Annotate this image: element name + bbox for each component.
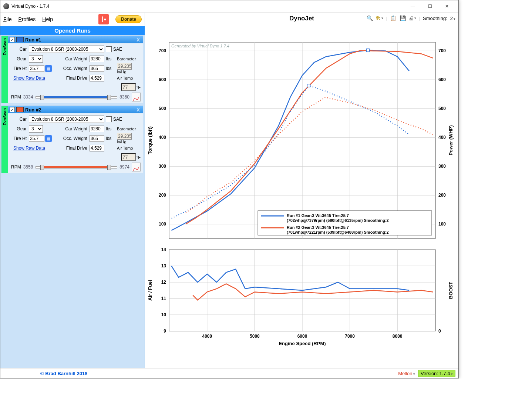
svg-text:700: 700	[438, 48, 446, 53]
unit-inhg: in/Hg	[117, 140, 127, 144]
menu-file[interactable]: File	[3, 16, 12, 22]
svg-text:600: 600	[159, 77, 166, 82]
label-gear: Gear	[10, 126, 27, 131]
run-visible-checkbox[interactable]: ✓	[10, 107, 15, 112]
sae-checkbox[interactable]	[106, 46, 112, 52]
svg-text:500: 500	[159, 106, 166, 111]
rpm-slider[interactable]	[35, 94, 117, 100]
unit-lbs: lbs	[106, 136, 115, 141]
maximize-button[interactable]: ☐	[421, 0, 438, 12]
svg-text:4000: 4000	[202, 334, 212, 339]
calc-icon[interactable]: ▦	[45, 65, 52, 72]
svg-text:200: 200	[159, 193, 166, 198]
svg-text:Air / Fuel: Air / Fuel	[147, 280, 153, 301]
final-drive-input[interactable]	[90, 75, 104, 81]
label-gear: Gear	[10, 56, 27, 61]
car-select[interactable]: Evolution 8 GSR (2003-2005	[29, 116, 104, 123]
run-panel: EvoScan ✓ Run #2 X Car Evolution 8 GSR (…	[1, 106, 143, 173]
label-car-weight: Car Weight	[59, 126, 88, 131]
mini-chart-icon[interactable]	[132, 163, 141, 171]
label-tire-ht: Tire Ht	[10, 66, 27, 71]
air-temp-input[interactable]	[121, 153, 136, 161]
evoscan-tab[interactable]: EvoScan	[1, 106, 8, 173]
menu-help[interactable]: Help	[42, 16, 53, 22]
svg-text:100: 100	[438, 221, 446, 227]
app-window: Virtual Dyno - 1.7.4 — ☐ ✕ File Profiles…	[0, 0, 459, 378]
svg-text:700: 700	[159, 48, 166, 53]
car-weight-input[interactable]	[90, 126, 104, 132]
sae-checkbox[interactable]	[106, 116, 112, 122]
tire-ht-input[interactable]	[29, 65, 44, 72]
run-header[interactable]: ✓ Run #2 X	[8, 106, 143, 113]
barometer-input[interactable]	[117, 133, 132, 140]
svg-text:300: 300	[438, 164, 446, 169]
svg-rect-31	[366, 49, 369, 52]
label-barometer: Barometer	[117, 127, 141, 131]
rpm-lo-value: 3558	[23, 164, 33, 170]
copyright-label: © Brad Barnhill 2018	[40, 371, 87, 376]
donate-button[interactable]: Donate	[115, 15, 142, 23]
show-raw-data-link[interactable]: Show Raw Data	[10, 146, 58, 151]
close-button[interactable]: ✕	[438, 0, 455, 12]
run-close-icon[interactable]: X	[135, 37, 141, 43]
rpm-slider[interactable]	[35, 164, 117, 170]
gear-select[interactable]: 3	[29, 55, 43, 63]
label-rpm: RPM	[11, 94, 21, 100]
svg-text:9: 9	[164, 328, 166, 334]
version-badge[interactable]: Version: 1.7.4	[418, 370, 455, 377]
title-bar: Virtual Dyno - 1.7.4 — ☐ ✕	[0, 0, 458, 13]
final-drive-input[interactable]	[90, 145, 104, 151]
patreon-button[interactable]: ┃●	[98, 14, 109, 24]
gear-select[interactable]: 3	[29, 125, 43, 133]
occ-weight-input[interactable]	[90, 135, 104, 142]
svg-text:(702whp@7379rpm) (580lbft@6135: (702whp@7379rpm) (580lbft@6135rpm) Smoot…	[287, 218, 389, 223]
run-color-swatch[interactable]	[16, 37, 24, 42]
rpm-hi-value: 8360	[119, 94, 129, 100]
svg-text:0: 0	[438, 328, 441, 334]
chart-svg: Generated by Virtual Dyno 1.7.4100100200…	[145, 16, 458, 368]
svg-text:Torque (lbft): Torque (lbft)	[147, 126, 153, 154]
label-final-drive: Final Drive	[59, 146, 88, 151]
svg-text:600: 600	[438, 77, 446, 82]
label-car: Car	[10, 117, 27, 122]
evoscan-tab[interactable]: EvoScan	[1, 36, 8, 103]
run-header[interactable]: ✓ Run #1 X	[8, 36, 143, 43]
show-raw-data-link[interactable]: Show Raw Data	[10, 76, 58, 81]
svg-text:5000: 5000	[250, 334, 260, 339]
run-color-swatch[interactable]	[16, 107, 24, 112]
car-weight-input[interactable]	[90, 56, 104, 62]
run-label: Run #1	[25, 37, 41, 43]
svg-text:200: 200	[438, 193, 446, 198]
run-close-icon[interactable]: X	[135, 107, 141, 113]
minimize-button[interactable]: —	[404, 0, 421, 12]
label-occ-weight: Occ. Weight	[59, 136, 88, 141]
label-tire-ht: Tire Ht	[10, 136, 27, 141]
occ-weight-input[interactable]	[90, 65, 104, 72]
air-temp-input[interactable]	[121, 83, 136, 91]
user-label[interactable]: Mellon	[398, 371, 415, 376]
content-area: File Profiles Help ┃● Donate Opened Runs…	[0, 13, 458, 368]
opened-runs-header: Opened Runs	[0, 26, 145, 35]
app-icon	[3, 3, 9, 9]
label-rpm: RPM	[11, 164, 21, 170]
svg-text:12: 12	[161, 280, 166, 285]
svg-text:Power (WHP): Power (WHP)	[448, 125, 454, 156]
label-occ-weight: Occ. Weight	[59, 66, 88, 71]
calc-icon[interactable]: ▦	[45, 135, 52, 142]
run-panel: EvoScan ✓ Run #1 X Car Evolution 8 GSR (…	[1, 36, 143, 103]
svg-text:Run #1 Gear:3 Wt:3645 Tire:25.: Run #1 Gear:3 Wt:3645 Tire:25.7	[287, 213, 349, 218]
unit-f: °F	[137, 85, 141, 90]
svg-text:500: 500	[438, 106, 446, 111]
menu-profiles[interactable]: Profiles	[18, 16, 36, 22]
barometer-input[interactable]	[117, 63, 132, 70]
run-visible-checkbox[interactable]: ✓	[10, 37, 15, 42]
svg-text:Engine Speed (RPM): Engine Speed (RPM)	[279, 341, 326, 346]
label-air-temp: Air Temp	[117, 76, 133, 80]
mini-chart-icon[interactable]	[132, 93, 141, 101]
tire-ht-input[interactable]	[29, 135, 44, 142]
car-select[interactable]: Evolution 8 GSR (2003-2005	[29, 46, 104, 53]
svg-text:13: 13	[161, 263, 166, 268]
svg-text:300: 300	[159, 164, 166, 169]
svg-text:14: 14	[161, 247, 166, 252]
run-label: Run #2	[25, 107, 41, 113]
